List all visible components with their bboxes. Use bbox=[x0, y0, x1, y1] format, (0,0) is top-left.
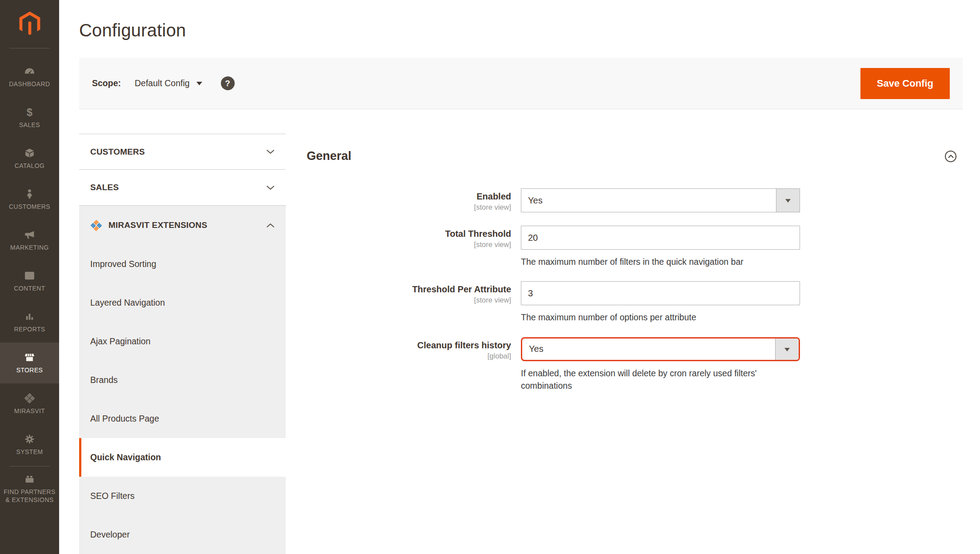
sidebar-item-content[interactable]: CONTENT bbox=[0, 261, 59, 302]
field-hint: The maximum number of filters in the qui… bbox=[521, 255, 776, 268]
chevron-down-icon bbox=[196, 82, 202, 85]
config-section-mirasvit-extensions[interactable]: MIRASVIT EXTENSIONS bbox=[79, 206, 286, 245]
enabled-select[interactable]: Yes bbox=[521, 188, 800, 212]
collapse-section-button[interactable] bbox=[945, 151, 956, 162]
sidebar-item-find-partners[interactable]: FIND PARTNERS & EXTENSIONS bbox=[0, 466, 59, 511]
nav-item-developer[interactable]: Developer bbox=[79, 515, 286, 554]
package-icon bbox=[24, 147, 35, 159]
sidebar-item-sales[interactable]: $ SALES bbox=[0, 97, 59, 138]
chevron-up-icon bbox=[266, 223, 275, 228]
sidebar-item-customers[interactable]: CUSTOMERS bbox=[0, 179, 59, 220]
field-label-block: Threshold Per Attribute [store view] bbox=[307, 281, 511, 323]
chevron-down-icon bbox=[266, 149, 275, 154]
sidebar-item-label: MIRASVIT bbox=[12, 407, 48, 415]
scope-bar: Scope: Default Config ? Save Config bbox=[79, 58, 963, 109]
config-section-nav: CUSTOMERS SALES bbox=[79, 134, 286, 554]
nav-item-label: Layered Navigation bbox=[90, 298, 165, 308]
field-control: The maximum number of filters in the qui… bbox=[521, 226, 963, 268]
selected-value: Yes bbox=[529, 344, 544, 354]
general-settings-form: General Enabled [store view] bbox=[286, 134, 963, 554]
gear-icon bbox=[24, 434, 35, 445]
field-label: Total Threshold bbox=[307, 229, 511, 239]
sidebar-item-label: DASHBOARD bbox=[6, 80, 52, 88]
dollar-icon: $ bbox=[24, 107, 35, 118]
nav-item-quick-navigation[interactable]: Quick Navigation bbox=[79, 438, 286, 477]
nav-item-label: SEO Filters bbox=[90, 491, 135, 501]
brick-icon bbox=[24, 474, 35, 485]
nav-item-seo-filters[interactable]: SEO Filters bbox=[79, 477, 286, 515]
svg-text:$: $ bbox=[27, 107, 32, 118]
section-title: General bbox=[307, 149, 352, 163]
field-control: The maximum number of options per attrib… bbox=[521, 281, 963, 323]
field-hint: If enabled, the extension will delete by… bbox=[521, 367, 776, 392]
nav-item-label: Improved Sorting bbox=[90, 259, 156, 269]
cleanup-filters-history-select[interactable]: Yes bbox=[521, 337, 800, 361]
field-label-block: Cleanup filters history [global] bbox=[307, 337, 511, 392]
sidebar-item-reports[interactable]: REPORTS bbox=[0, 302, 59, 343]
section-label: MIRASVIT EXTENSIONS bbox=[108, 220, 266, 230]
field-row-cleanup-filters-history: Cleanup filters history [global] Yes If … bbox=[307, 337, 963, 392]
threshold-per-attribute-input[interactable] bbox=[521, 281, 800, 305]
sidebar-item-dashboard[interactable]: DASHBOARD bbox=[0, 56, 59, 97]
field-label-block: Total Threshold [store view] bbox=[307, 226, 511, 268]
chevron-down-icon bbox=[266, 185, 275, 190]
mirasvit-diamond-icon bbox=[24, 393, 35, 404]
page-title: Configuration bbox=[79, 20, 963, 41]
nav-item-layered-navigation[interactable]: Layered Navigation bbox=[79, 283, 286, 322]
selected-value: Yes bbox=[528, 195, 543, 206]
sidebar-item-system[interactable]: SYSTEM bbox=[0, 424, 59, 465]
field-label-block: Enabled [store view] bbox=[307, 188, 511, 212]
field-scope-note: [store view] bbox=[307, 296, 511, 304]
nav-item-brands[interactable]: Brands bbox=[79, 361, 286, 399]
person-icon bbox=[24, 188, 35, 199]
field-label: Enabled bbox=[307, 191, 511, 202]
sidebar-item-label: CUSTOMERS bbox=[6, 203, 53, 211]
total-threshold-input[interactable] bbox=[521, 226, 800, 250]
section-label: CUSTOMERS bbox=[90, 147, 266, 157]
window-layout-icon bbox=[24, 270, 35, 281]
chevron-up-icon bbox=[948, 155, 954, 158]
sidebar-item-label: CATALOG bbox=[12, 162, 48, 170]
nav-item-all-products-page[interactable]: All Products Page bbox=[79, 399, 286, 438]
nav-item-label: All Products Page bbox=[90, 414, 159, 424]
sidebar-item-label: FIND PARTNERS & EXTENSIONS bbox=[0, 488, 59, 504]
sidebar-item-catalog[interactable]: CATALOG bbox=[0, 138, 59, 179]
field-row-enabled: Enabled [store view] Yes bbox=[307, 188, 963, 212]
scope-value: Default Config bbox=[135, 78, 190, 88]
field-scope-note: [store view] bbox=[307, 240, 511, 249]
nav-item-label: Quick Navigation bbox=[90, 452, 161, 462]
scope-label: Scope: bbox=[92, 78, 121, 88]
main-content: Configuration Scope: Default Config ? Sa… bbox=[59, 0, 980, 554]
mirasvit-extensions-subnav: Improved Sorting Layered Navigation Ajax… bbox=[79, 245, 286, 554]
field-hint: The maximum number of options per attrib… bbox=[521, 311, 776, 323]
field-row-total-threshold: Total Threshold [store view] The maximum… bbox=[307, 226, 963, 268]
sidebar-nav: DASHBOARD $ SALES CATALOG CUSTOMER bbox=[0, 56, 59, 511]
field-label: Cleanup filters history bbox=[307, 340, 511, 351]
admin-sidebar: DASHBOARD $ SALES CATALOG CUSTOMER bbox=[0, 0, 59, 554]
sidebar-item-label: MARKETING bbox=[8, 243, 52, 251]
megaphone-icon bbox=[24, 229, 35, 240]
section-label: SALES bbox=[90, 183, 266, 192]
field-control: Yes If enabled, the extension will delet… bbox=[521, 337, 963, 392]
nav-item-ajax-pagination[interactable]: Ajax Pagination bbox=[79, 322, 286, 361]
field-label: Threshold Per Attribute bbox=[307, 284, 511, 295]
config-section-sales[interactable]: SALES bbox=[79, 170, 286, 206]
sidebar-item-label: CONTENT bbox=[11, 284, 48, 292]
sidebar-item-mirasvit[interactable]: MIRASVIT bbox=[0, 383, 59, 424]
save-config-button[interactable]: Save Config bbox=[860, 68, 950, 99]
section-header: General bbox=[307, 149, 963, 163]
magento-logo-icon[interactable] bbox=[0, 0, 59, 48]
form-rows: Enabled [store view] Yes bbox=[307, 188, 963, 392]
field-row-threshold-per-attribute: Threshold Per Attribute [store view] The… bbox=[307, 281, 963, 323]
sidebar-item-stores[interactable]: STORES bbox=[0, 343, 59, 383]
config-section-customers[interactable]: CUSTOMERS bbox=[79, 134, 286, 170]
nav-item-improved-sorting[interactable]: Improved Sorting bbox=[79, 245, 286, 283]
nav-item-label: Ajax Pagination bbox=[90, 336, 151, 347]
scope-controls: Scope: Default Config ? bbox=[92, 76, 235, 90]
sidebar-item-label: SYSTEM bbox=[14, 448, 46, 456]
help-icon[interactable]: ? bbox=[221, 76, 235, 90]
field-scope-note: [store view] bbox=[307, 203, 511, 211]
sidebar-divider bbox=[9, 48, 50, 48]
scope-selector[interactable]: Default Config bbox=[135, 78, 202, 88]
sidebar-item-marketing[interactable]: MARKETING bbox=[0, 220, 59, 261]
